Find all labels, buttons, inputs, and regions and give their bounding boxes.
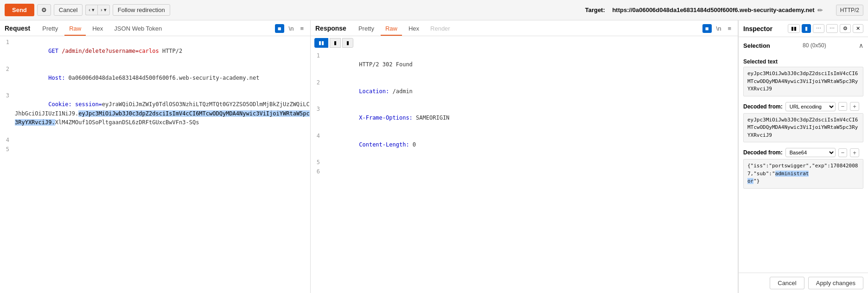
inspector-tools: ▮▮ ▮ ⋯ ⋯ ⚙ ✕ [788,24,863,33]
inspector-view-btn-1[interactable]: ▮▮ [788,24,800,33]
response-panel: Response Pretty Raw Hex Render ■ \n ≡ ▮▮… [311,20,738,293]
selected-text-section: Selected text eyJpc3MiOiJwb3J0c3dpZ2dsci… [743,58,863,96]
send-button[interactable]: Send [5,4,34,16]
follow-redirect-button[interactable]: Follow redirection [113,4,170,16]
inspector-align-left-icon[interactable]: ⋯ [813,24,824,33]
request-line-1: 1 GET /admin/delete?username=carlos HTTP… [0,38,310,65]
settings-button[interactable]: ⚙ [37,4,51,16]
target-label: Target: [585,6,605,13]
nav-buttons: ‹ ▾ › ▾ [85,5,109,15]
response-code-area: 1 HTTP/2 302 Found 2 Location: /admin 3 … [311,50,738,293]
http-version[interactable]: HTTP/2 [836,5,863,16]
decoded-base64-label: Decoded from: [743,149,783,156]
response-panel-title: Response [315,25,346,35]
response-menu-button[interactable]: ≡ [726,24,733,33]
decoded-base64-section: Decoded from: Base64 URL encoding HTML e… [743,148,863,189]
main-content: Request Pretty Raw Hex JSON Web Token ■ … [0,20,868,293]
request-panel-tools: ■ \n ≡ [275,24,306,35]
decoded-base64-value-box: {"iss":"portswigger","exp":1708420087,"s… [743,159,863,189]
selected-text-title: Selected text [743,58,863,65]
tab-request-jwt[interactable]: JSON Web Token [109,23,166,36]
selection-label: Selection [743,42,770,49]
decoded-base64-minus-button[interactable]: − [838,148,848,157]
request-line-4: 4 [0,136,310,145]
request-line-3: 3 Cookie: session=eyJraWQiOiJmZWIy0TdlOS… [0,91,310,136]
request-line-5: 5 [0,145,310,154]
decoded-url-section: Decoded from: URL encoding Base64 HTML e… [743,102,863,143]
inspector-view-btn-2[interactable]: ▮ [802,24,811,33]
inspector-align-right-icon[interactable]: ⋯ [826,24,838,33]
inspector-cancel-button[interactable]: Cancel [770,277,804,289]
view-toggle-row: ▮▮ ▮ ▮ [311,36,738,50]
nav-back-button[interactable]: ‹ ▾ [85,5,97,15]
tab-response-pretty[interactable]: Pretty [354,23,379,36]
tab-response-hex[interactable]: Hex [404,23,424,36]
decoded-url-minus-button[interactable]: − [838,102,848,111]
request-word-wrap-button[interactable]: ■ [275,24,284,33]
target-url: https://0a06006d048da1e6831484d500f600f6… [612,6,814,13]
tab-request-raw[interactable]: Raw [64,23,86,36]
request-menu-button[interactable]: ≡ [298,24,306,33]
view-split-button[interactable]: ▮▮ [314,38,328,48]
response-line-6: 6 [311,167,738,177]
request-code-area: 1 GET /admin/delete?username=carlos HTTP… [0,36,310,293]
view-response-button[interactable]: ▮ [342,38,353,48]
inspector-close-icon[interactable]: ✕ [853,24,863,33]
selection-count: 80 (0x50) [803,42,826,49]
response-line-5: 5 [311,158,738,167]
cancel-button[interactable]: Cancel [54,4,83,16]
inspector-title: Inspector [743,25,788,32]
response-line-1: 1 HTTP/2 302 Found [311,51,738,78]
response-line-2: 2 Location: /admin [311,78,738,105]
decoded-url-row: Decoded from: URL encoding Base64 HTML e… [743,102,863,111]
decoded-url-plus-button[interactable]: + [850,102,859,111]
request-panel: Request Pretty Raw Hex JSON Web Token ■ … [0,20,311,293]
decoded-base64-plus-button[interactable]: + [850,148,859,157]
decoded-url-label: Decoded from: [743,103,783,110]
request-panel-title: Request [5,25,30,35]
tab-response-raw[interactable]: Raw [381,23,402,36]
response-panel-tools: ■ \n ≡ [702,24,733,35]
request-newline-button[interactable]: \n [287,24,296,33]
inspector-footer: Cancel Apply changes [739,273,868,293]
inspector-header: Inspector ▮▮ ▮ ⋯ ⋯ ⚙ ✕ [739,20,868,37]
response-panel-header: Response Pretty Raw Hex Render ■ \n ≡ [311,20,738,36]
toolbar: Send ⚙ Cancel ‹ ▾ › ▾ Follow redirection… [0,0,868,20]
decoded-url-value-box: eyJpc3MiOiJwb3J0c3dpZ2dsciIsImV4cCI6MTcw… [743,113,863,143]
decoded-base64-row: Decoded from: Base64 URL encoding HTML e… [743,148,863,157]
selection-row: Selection 80 (0x50) ∧ [743,42,863,49]
inspector-body: Selection 80 (0x50) ∧ Selected text eyJp… [739,37,868,273]
edit-icon[interactable]: ✏ [817,6,823,14]
inspector-panel: Inspector ▮▮ ▮ ⋯ ⋯ ⚙ ✕ Selection 80 (0x5… [738,20,868,293]
view-request-button[interactable]: ▮ [330,38,341,48]
selection-collapse-button[interactable]: ∧ [859,42,863,49]
decoded-highlight: administrator [747,171,809,185]
tab-request-hex[interactable]: Hex [88,23,108,36]
tab-response-render[interactable]: Render [426,23,455,36]
decoded-url-select[interactable]: URL encoding Base64 HTML encoding [785,102,836,111]
response-newline-button[interactable]: \n [715,24,723,33]
request-panel-header: Request Pretty Raw Hex JSON Web Token ■ … [0,20,310,36]
apply-changes-button[interactable]: Apply changes [808,277,863,289]
response-line-3: 3 X-Frame-Options: SAMEORIGIN [311,105,738,132]
response-line-4: 4 Content-Length: 0 [311,132,738,159]
selected-text-box: eyJpc3MiOiJwb3J0c3dpZ2dsciIsImV4cCI6MTcw… [743,67,863,96]
tab-request-pretty[interactable]: Pretty [38,23,63,36]
response-word-wrap-button[interactable]: ■ [702,24,712,33]
decoded-base64-select[interactable]: Base64 URL encoding HTML encoding [785,148,836,157]
request-line-2: 2 Host: 0a06006d048da1e6831484d500f600f6… [0,65,310,92]
nav-forward-button[interactable]: › ▾ [97,5,110,15]
inspector-settings-icon[interactable]: ⚙ [840,24,851,33]
